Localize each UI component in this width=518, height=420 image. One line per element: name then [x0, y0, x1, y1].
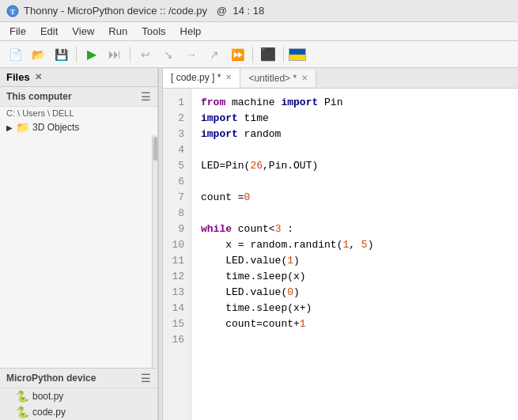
new-button[interactable]: 📄 [5, 44, 25, 65]
code-line-7: count =0 [201, 190, 518, 206]
tab-untitled-close[interactable]: ✕ [301, 74, 308, 82]
files-close-button[interactable]: ✕ [35, 72, 42, 82]
line-num-8: 8 [163, 206, 191, 221]
tab-untitled[interactable]: <untitled> * ✕ [240, 70, 316, 87]
micropython-label: MicroPython device [6, 373, 96, 384]
app-icon: T [6, 5, 19, 17]
code-line-4 [201, 142, 518, 158]
step-back-button[interactable]: ↩ [135, 44, 156, 65]
step-out-button[interactable]: ↗ [204, 44, 225, 65]
this-computer-label: This computer [6, 91, 72, 102]
step-over-button[interactable]: → [181, 44, 202, 65]
code-py-icon: 🐍 [16, 406, 29, 418]
code-line-9: while count<3 : [201, 221, 518, 237]
code-py-label: code.py [32, 407, 66, 418]
line-num-13: 13 [163, 285, 191, 301]
folder-arrow: ▶ [6, 123, 13, 132]
file-path: C: \ Users \ DELL [0, 107, 157, 119]
line-num-5: 5 [163, 158, 191, 174]
code-line-15: count=count+1 [201, 316, 518, 332]
open-button[interactable]: 📂 [28, 44, 48, 65]
folder-name: 3D Objects [32, 122, 79, 133]
code-editor[interactable]: from machine import Pin import time impo… [191, 89, 518, 420]
folder-icon: 📁 [16, 121, 29, 134]
scrollbar-thumb[interactable] [153, 137, 157, 161]
line-num-10: 10 [163, 237, 191, 253]
menu-edit[interactable]: Edit [34, 24, 64, 39]
line-num-6: 6 [163, 174, 191, 190]
menu-file[interactable]: File [3, 24, 32, 39]
sidebar: Files ✕ This computer ☰ C: \ Users \ DEL… [0, 68, 158, 420]
sidebar-scrollbar[interactable] [152, 135, 157, 368]
files-panel: Files ✕ This computer ☰ C: \ Users \ DEL… [0, 68, 157, 420]
line-num-15: 15 [163, 316, 191, 332]
title-bar: T Thonny - MicroPython device :: /code.p… [0, 0, 518, 22]
resume-button[interactable]: ⏩ [227, 44, 248, 65]
file-code-py[interactable]: 🐍 code.py [0, 404, 157, 420]
ukraine-flag [289, 48, 306, 61]
code-line-11: LED.value(1) [201, 253, 518, 269]
this-computer-section: This computer ☰ [0, 87, 157, 107]
code-line-1: from machine import Pin [201, 95, 518, 111]
debug-button[interactable]: ⏭ [104, 44, 125, 65]
code-line-6 [201, 174, 518, 190]
line-num-7: 7 [163, 190, 191, 206]
menu-bar: File Edit View Run Tools Help [0, 22, 518, 41]
svg-text:T: T [10, 8, 15, 16]
toolbar-sep-3 [252, 47, 253, 62]
step-into-button[interactable]: ↘ [158, 44, 179, 65]
stop-button[interactable]: ⬛ [258, 44, 278, 65]
code-line-10: x = random.randint(1, 5) [201, 237, 518, 253]
code-line-12: time.sleep(x) [201, 269, 518, 285]
code-line-13: LED.value(0) [201, 285, 518, 301]
editor-area: [ code.py ] * ✕ <untitled> * ✕ 1 2 3 4 5… [163, 68, 518, 420]
line-num-16: 16 [163, 332, 191, 348]
menu-help[interactable]: Help [174, 24, 208, 39]
menu-run[interactable]: Run [102, 24, 134, 39]
toolbar-sep-4 [283, 47, 284, 62]
files-tab-label: Files [6, 71, 30, 83]
toolbar-sep-2 [130, 47, 130, 62]
save-button[interactable]: 💾 [51, 44, 71, 65]
file-boot-py[interactable]: 🐍 boot.py [0, 388, 157, 404]
micropython-header: MicroPython device ☰ [0, 369, 157, 388]
code-container: 1 2 3 4 5 6 7 8 9 10 11 12 13 14 15 16 f… [163, 89, 518, 420]
line-num-14: 14 [163, 301, 191, 316]
files-tab[interactable]: Files ✕ [0, 68, 157, 87]
run-button[interactable]: ▶ [81, 44, 102, 65]
tab-code-py[interactable]: [ code.py ] * ✕ [163, 69, 240, 88]
code-line-2: import time [201, 111, 518, 127]
line-num-4: 4 [163, 142, 191, 158]
line-num-1: 1 [163, 95, 191, 111]
tabs-bar: [ code.py ] * ✕ <untitled> * ✕ [163, 68, 518, 89]
toolbar-sep-1 [76, 47, 77, 62]
code-line-8 [201, 206, 518, 221]
line-num-2: 2 [163, 111, 191, 127]
micropython-section: MicroPython device ☰ 🐍 boot.py 🐍 code.py [0, 368, 157, 420]
tab-code-py-close[interactable]: ✕ [225, 73, 232, 81]
this-computer-menu-icon[interactable]: ☰ [141, 90, 151, 103]
code-line-5: LED=Pin(26,Pin.OUT) [201, 158, 518, 174]
line-num-11: 11 [163, 253, 191, 269]
window-title: Thonny - MicroPython device :: /code.py … [24, 5, 264, 17]
folder-3d-objects[interactable]: ▶ 📁 3D Objects [0, 119, 157, 135]
tab-code-py-label: [ code.py ] * [171, 72, 221, 83]
micropython-menu-icon[interactable]: ☰ [141, 372, 151, 384]
line-num-12: 12 [163, 269, 191, 285]
code-line-3: import random [201, 127, 518, 142]
boot-py-label: boot.py [32, 391, 63, 402]
tab-untitled-label: <untitled> * [248, 73, 297, 84]
main-layout: Files ✕ This computer ☰ C: \ Users \ DEL… [0, 68, 518, 420]
menu-view[interactable]: View [66, 24, 100, 39]
line-numbers: 1 2 3 4 5 6 7 8 9 10 11 12 13 14 15 16 [163, 89, 191, 420]
code-line-14: time.sleep(x+) [201, 301, 518, 316]
toolbar: 📄 📂 💾 ▶ ⏭ ↩ ↘ → ↗ ⏩ ⬛ [0, 41, 518, 68]
line-num-3: 3 [163, 127, 191, 142]
menu-tools[interactable]: Tools [135, 24, 172, 39]
boot-py-icon: 🐍 [16, 390, 29, 403]
line-num-9: 9 [163, 221, 191, 237]
code-line-16 [201, 332, 518, 348]
